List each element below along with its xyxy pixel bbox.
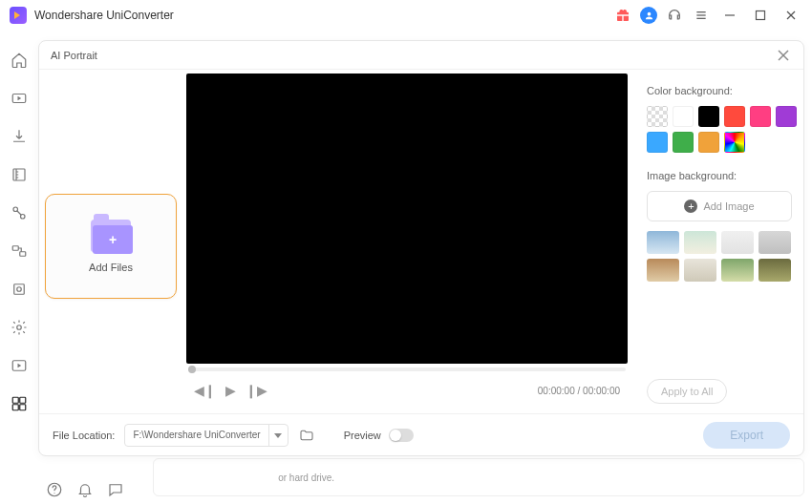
notification-icon[interactable] xyxy=(76,481,94,498)
support-icon[interactable] xyxy=(665,6,684,25)
color-swatch[interactable] xyxy=(776,106,797,127)
svg-point-18 xyxy=(17,326,22,330)
svg-rect-14 xyxy=(12,246,18,251)
color-swatch[interactable] xyxy=(724,132,745,153)
play-button[interactable]: ▶ xyxy=(225,383,236,398)
browse-folder-button[interactable] xyxy=(298,427,315,444)
panel-close-button[interactable] xyxy=(775,47,792,64)
sidebar-player[interactable] xyxy=(9,355,30,376)
color-swatch[interactable] xyxy=(698,106,719,127)
svg-point-0 xyxy=(647,11,651,15)
add-image-button[interactable]: + Add Image xyxy=(647,191,792,221)
image-thumb[interactable] xyxy=(684,259,716,282)
next-frame-button[interactable]: ❙▶ xyxy=(246,383,267,398)
svg-marker-27 xyxy=(274,433,282,438)
panel-title: AI Portrait xyxy=(51,50,97,61)
image-thumb[interactable] xyxy=(721,231,754,254)
sidebar-edit[interactable] xyxy=(9,202,30,223)
image-background-label: Image background: xyxy=(647,170,792,181)
image-thumb[interactable] xyxy=(647,259,679,282)
svg-rect-24 xyxy=(20,405,26,410)
folder-plus-icon: + xyxy=(91,220,131,252)
color-swatch[interactable] xyxy=(647,106,668,127)
preview-toggle-label: Preview xyxy=(344,430,381,441)
export-button[interactable]: Export xyxy=(703,422,790,449)
color-swatch[interactable] xyxy=(673,132,694,153)
user-avatar[interactable] xyxy=(640,7,657,24)
menu-icon[interactable] xyxy=(692,6,711,25)
color-background-label: Color background: xyxy=(647,85,792,96)
color-swatch[interactable] xyxy=(673,106,694,127)
background-card-peek: or hard drive. xyxy=(153,458,804,496)
svg-point-17 xyxy=(17,287,22,292)
svg-rect-22 xyxy=(20,397,26,403)
color-swatch-grid xyxy=(647,106,792,153)
add-files-card[interactable]: + Add Files xyxy=(45,194,177,299)
add-image-label: Add Image xyxy=(703,200,754,212)
svg-rect-16 xyxy=(14,284,25,295)
bg-peek-text: or hard drive. xyxy=(278,472,334,483)
prev-frame-button[interactable]: ◀❙ xyxy=(194,383,216,398)
svg-marker-20 xyxy=(18,364,22,368)
svg-rect-5 xyxy=(757,11,765,20)
color-swatch[interactable] xyxy=(698,132,719,153)
sidebar-toolbox[interactable] xyxy=(9,393,30,414)
color-swatch[interactable] xyxy=(724,106,745,127)
sidebar-home[interactable] xyxy=(9,50,30,71)
image-thumb[interactable] xyxy=(759,259,791,282)
image-thumb[interactable] xyxy=(647,231,679,254)
image-thumb[interactable] xyxy=(721,259,754,282)
svg-line-13 xyxy=(17,211,22,216)
titlebar: Wondershare UniConverter xyxy=(0,0,812,31)
app-logo xyxy=(10,7,27,24)
feedback-icon[interactable] xyxy=(107,481,124,498)
file-location-label: File Location: xyxy=(53,430,115,441)
help-icon[interactable] xyxy=(46,481,63,498)
file-location-field[interactable]: F:\Wondershare UniConverter xyxy=(124,424,288,447)
svg-rect-10 xyxy=(13,169,25,180)
maximize-button[interactable] xyxy=(749,4,772,27)
apply-to-all-button[interactable]: Apply to All xyxy=(647,379,727,404)
svg-rect-15 xyxy=(20,252,26,257)
svg-point-29 xyxy=(53,493,54,494)
color-swatch[interactable] xyxy=(750,106,771,127)
time-display: 00:00:00 / 00:00:00 xyxy=(538,386,620,396)
sidebar-download[interactable] xyxy=(9,126,30,147)
preview-toggle[interactable] xyxy=(389,429,414,442)
plus-circle-icon: + xyxy=(684,200,697,213)
color-swatch[interactable] xyxy=(647,132,668,153)
add-files-label: Add Files xyxy=(89,262,133,273)
image-thumb-grid xyxy=(647,231,792,282)
image-thumb[interactable] xyxy=(684,231,716,254)
file-location-dropdown[interactable] xyxy=(268,424,288,447)
timeline-thumb[interactable] xyxy=(188,366,196,373)
sidebar-merge[interactable] xyxy=(9,241,30,262)
svg-rect-23 xyxy=(12,405,18,410)
timeline[interactable] xyxy=(186,364,628,375)
sidebar-settings[interactable] xyxy=(9,317,30,338)
app-title: Wondershare UniConverter xyxy=(34,9,174,22)
sidebar-converter[interactable] xyxy=(9,88,30,109)
sidebar-compress[interactable] xyxy=(9,164,30,185)
minimize-button[interactable] xyxy=(718,4,741,27)
sidebar-crop[interactable] xyxy=(9,279,30,300)
close-button[interactable] xyxy=(780,4,802,27)
file-location-value: F:\Wondershare UniConverter xyxy=(125,430,267,440)
sidebar xyxy=(0,31,38,504)
ai-portrait-panel: AI Portrait + Add Files xyxy=(38,40,804,456)
image-thumb[interactable] xyxy=(759,231,791,254)
svg-rect-21 xyxy=(12,397,18,403)
video-preview xyxy=(186,74,628,364)
svg-marker-9 xyxy=(18,96,22,101)
gift-icon[interactable] xyxy=(613,6,632,25)
